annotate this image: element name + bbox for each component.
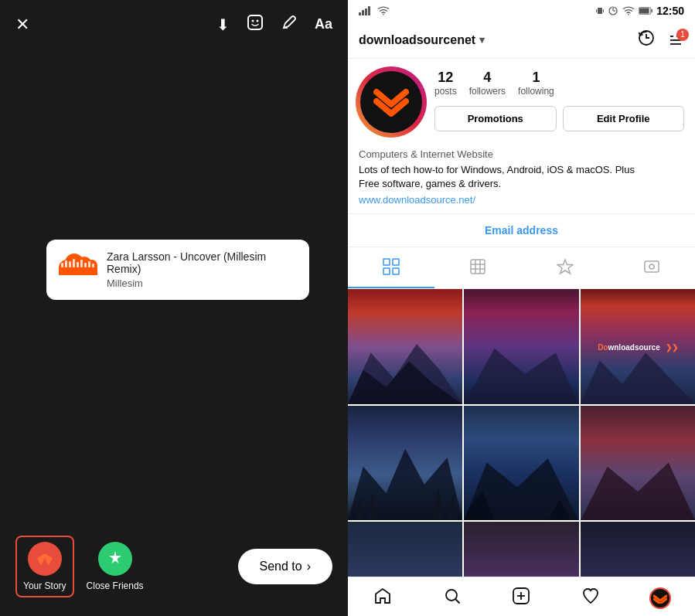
username-text: downloadsourcenet — [359, 33, 475, 47]
left-toolbar: ✕ ⬇ Aa — [0, 0, 348, 49]
nav-search[interactable] — [417, 587, 487, 610]
profile-avatar-container — [359, 70, 424, 134]
status-left-icons — [359, 6, 596, 15]
status-bar: 12:50 — [348, 0, 695, 22]
close-friends-button[interactable]: Close Friends — [87, 542, 144, 591]
svg-rect-41 — [393, 268, 399, 274]
grid-cell-3[interactable]: Downloadsource ❯❯ — [581, 289, 695, 403]
svg-point-49 — [649, 264, 654, 269]
username-area[interactable]: downloadsourcenet ▾ — [359, 33, 638, 47]
svg-point-2 — [256, 20, 258, 22]
svg-rect-48 — [645, 261, 659, 272]
status-time: 12:50 — [656, 5, 684, 17]
draw-icon[interactable] — [281, 14, 298, 35]
grid-cell-7[interactable] — [348, 522, 462, 577]
svg-marker-52 — [464, 348, 578, 403]
bio-link[interactable]: www.downloadsource.net/ — [359, 194, 684, 206]
igtv-tab-icon — [643, 258, 660, 279]
download-icon[interactable]: ⬇ — [216, 15, 230, 34]
svg-rect-32 — [639, 8, 649, 13]
send-to-button[interactable]: Send to › — [238, 549, 332, 584]
svg-point-22 — [383, 14, 384, 15]
bio-text: Lots of tech how-to for Windows, Android… — [359, 163, 684, 191]
your-story-button[interactable]: Your Story — [15, 536, 74, 597]
your-story-label: Your Story — [23, 580, 66, 591]
grid-cell-6[interactable] — [581, 406, 695, 520]
grid-cell-4[interactable] — [348, 406, 462, 520]
heart-icon — [581, 587, 600, 610]
profile-icon — [649, 587, 671, 609]
followers-stat[interactable]: 4 followers — [469, 70, 506, 97]
posts-stat: 12 posts — [434, 70, 457, 97]
dropdown-icon: ▾ — [479, 34, 485, 46]
soundcloud-icon — [59, 250, 97, 281]
svg-rect-39 — [393, 259, 399, 265]
email-address-button[interactable]: Email address — [485, 224, 558, 237]
close-icon[interactable]: ✕ — [15, 15, 29, 35]
soundcloud-info: Zara Larsson - Uncover (Millesim Remix) … — [107, 250, 297, 289]
profile-section: 12 posts 4 followers 1 following Promoti… — [348, 59, 695, 145]
photo-grid-section: Downloadsource ❯❯ — [348, 289, 695, 577]
svg-point-29 — [628, 14, 629, 15]
stats-row: 12 posts 4 followers 1 following — [434, 70, 684, 97]
followers-count: 4 — [483, 70, 491, 86]
grid-cell-2[interactable] — [464, 289, 578, 403]
nav-heart[interactable] — [556, 587, 625, 610]
tagged-tab-icon — [557, 258, 574, 279]
soundcloud-artist: Millesim — [107, 277, 297, 289]
svg-rect-21 — [368, 6, 370, 15]
soundcloud-card[interactable]: Zara Larsson - Uncover (Millesim Remix) … — [46, 240, 309, 300]
svg-rect-17 — [92, 264, 94, 267]
bottom-navigation — [348, 577, 695, 616]
photo-grid: Downloadsource ❯❯ — [348, 289, 695, 577]
svg-rect-38 — [383, 259, 390, 265]
tab-tagged[interactable] — [522, 250, 608, 288]
status-right-icons: 12:50 — [596, 5, 684, 17]
nav-profile[interactable] — [625, 587, 695, 609]
grid-cell-1[interactable] — [348, 289, 462, 403]
grid-cell-8[interactable] — [464, 522, 578, 577]
svg-rect-13 — [77, 262, 79, 267]
search-icon — [443, 587, 462, 610]
grid-cell-9[interactable] — [581, 522, 695, 577]
profile-tabs — [348, 250, 695, 289]
profile-avatar[interactable] — [360, 71, 422, 133]
svg-rect-10 — [65, 260, 67, 267]
svg-rect-0 — [248, 15, 262, 29]
svg-rect-42 — [471, 260, 485, 274]
tab-igtv[interactable] — [608, 250, 695, 288]
svg-rect-14 — [80, 260, 83, 267]
following-stat[interactable]: 1 following — [518, 70, 554, 97]
nav-home[interactable] — [348, 587, 417, 610]
sticker-icon[interactable] — [247, 14, 264, 35]
bio-section: Computers & Internet Website Lots of tec… — [348, 145, 695, 213]
svg-rect-18 — [359, 12, 361, 15]
following-label: following — [518, 86, 554, 97]
home-icon — [373, 587, 392, 610]
profile-action-buttons: Promotions Edit Profile — [434, 106, 684, 131]
instagram-header: downloadsourcenet ▾ 1 — [348, 22, 695, 59]
your-story-avatar — [28, 542, 62, 576]
svg-rect-12 — [73, 259, 75, 267]
close-friends-avatar — [98, 542, 132, 576]
close-friends-label: Close Friends — [87, 580, 144, 591]
nav-add[interactable] — [487, 587, 557, 610]
right-panel: 12:50 downloadsourcenet ▾ — [348, 0, 695, 616]
text-icon[interactable]: Aa — [315, 16, 332, 32]
notification-badge-count: 1 — [676, 29, 689, 41]
following-count: 1 — [532, 70, 540, 86]
history-icon[interactable] — [638, 29, 655, 50]
svg-rect-20 — [365, 9, 367, 15]
left-panel: ✕ ⬇ Aa — [0, 0, 348, 616]
edit-profile-button[interactable]: Edit Profile — [563, 106, 685, 131]
tab-reels[interactable] — [434, 250, 521, 288]
svg-rect-9 — [61, 263, 63, 267]
svg-line-67 — [455, 600, 459, 604]
notification-icon[interactable]: 1 — [667, 32, 684, 49]
svg-rect-25 — [603, 9, 604, 12]
grid-cell-5[interactable] — [464, 406, 578, 520]
svg-rect-40 — [383, 268, 390, 274]
promotions-button[interactable]: Promotions — [434, 106, 557, 131]
tab-grid[interactable] — [348, 250, 434, 288]
svg-rect-11 — [69, 261, 71, 267]
